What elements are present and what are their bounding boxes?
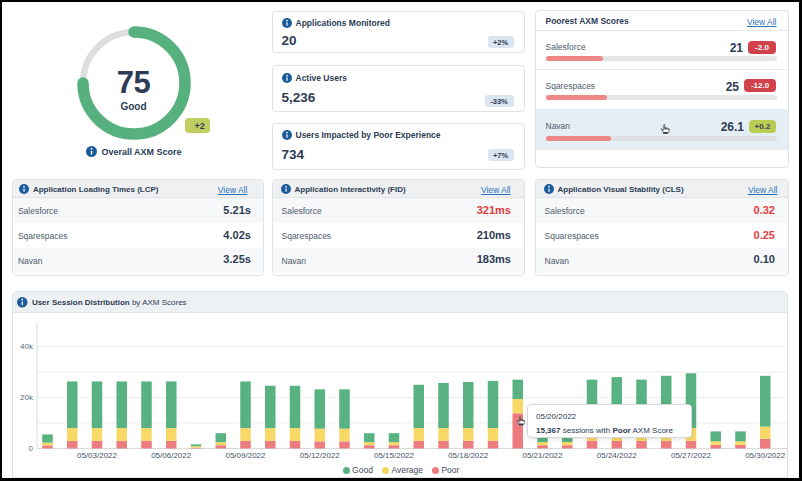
svg-text:05/15/2022: 05/15/2022 [374, 451, 415, 460]
svg-text:05/03/2022: 05/03/2022 [77, 451, 118, 460]
svg-text:05/30/2022: 05/30/2022 [745, 451, 786, 460]
svg-text:0: 0 [29, 444, 34, 453]
svg-text:05/24/2022: 05/24/2022 [597, 451, 638, 460]
svg-text:40k: 40k [20, 342, 34, 351]
svg-text:05/21/2022: 05/21/2022 [522, 451, 563, 460]
svg-text:05/06/2022: 05/06/2022 [151, 451, 192, 460]
svg-text:05/09/2022: 05/09/2022 [225, 451, 266, 460]
svg-text:05/27/2022: 05/27/2022 [671, 451, 712, 460]
svg-text:20k: 20k [20, 393, 34, 402]
svg-text:05/12/2022: 05/12/2022 [300, 451, 341, 460]
svg-text:05/18/2022: 05/18/2022 [448, 451, 489, 460]
